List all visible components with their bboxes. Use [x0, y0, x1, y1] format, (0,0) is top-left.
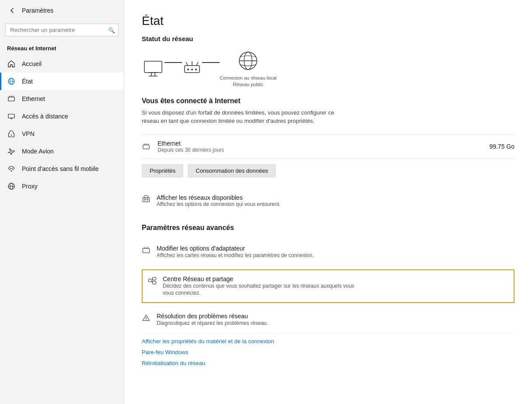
connected-title: Vous êtes connecté à Internet: [142, 97, 514, 105]
home-icon: [7, 59, 16, 68]
svg-point-25: [191, 69, 193, 70]
network-diagram: Connexion au réseau localRéseau public: [142, 49, 514, 88]
sharing-center-icon: [148, 276, 157, 285]
troubleshoot-icon: [142, 313, 150, 322]
sidebar-item-vpn[interactable]: VPN: [0, 125, 124, 143]
sidebar-nav: Accueil État Ethe: [0, 55, 124, 195]
sidebar-item-avion-label: Mode Avion: [22, 148, 54, 155]
sharing-center-title: Centre Réseau et partage: [163, 275, 364, 282]
sidebar-item-acces-distance[interactable]: Accès à distance: [0, 108, 124, 125]
link-reset[interactable]: Réinitialisation du réseau: [142, 360, 514, 366]
sharing-center-info: Centre Réseau et partage Décidez des con…: [163, 275, 364, 297]
sidebar-item-proxy-label: Proxy: [22, 183, 38, 190]
svg-rect-36: [147, 199, 148, 200]
sidebar-item-mode-avion[interactable]: Mode Avion: [0, 143, 124, 160]
sidebar-title: Paramètres: [22, 7, 53, 14]
sidebar-item-point-acces-label: Point d'accès sans fil mobile: [22, 165, 98, 172]
sidebar-item-ethernet[interactable]: Ethernet: [0, 90, 124, 108]
sidebar-item-point-acces[interactable]: Point d'accès sans fil mobile: [0, 160, 124, 178]
sidebar-item-accueil[interactable]: Accueil: [0, 55, 124, 73]
ethernet-icon: [7, 94, 16, 103]
connection-name: Ethernet: [158, 140, 482, 147]
main-content: État Statut du réseau: [124, 0, 532, 404]
svg-rect-30: [143, 145, 149, 149]
sidebar-item-vpn-label: VPN: [22, 130, 35, 137]
sharing-center-item[interactable]: Centre Réseau et partage Décidez des con…: [142, 269, 514, 303]
router-icon: [182, 59, 202, 78]
sharing-center-sub: Décidez des contenus que vous souhaitez …: [163, 282, 364, 297]
connection-ethernet-icon: [142, 142, 150, 151]
plane-icon: [7, 147, 16, 156]
sidebar: Paramètres 🔍 Réseau et Internet Accueil: [0, 0, 124, 404]
link-firewall[interactable]: Pare-feu Windows: [142, 349, 514, 355]
svg-rect-41: [149, 279, 152, 282]
line1: [164, 62, 182, 63]
search-container: 🔍: [5, 24, 119, 36]
sidebar-item-proxy[interactable]: Proxy: [0, 178, 124, 195]
adapter-options-info: Modifier les options d'adaptateur Affich…: [157, 245, 314, 259]
sidebar-item-etat[interactable]: État: [0, 73, 124, 90]
svg-rect-42: [153, 277, 156, 280]
adapter-icon: [142, 246, 150, 254]
hotspot-icon: [7, 164, 16, 173]
connection-info: Ethernet Depuis ces 30 derniers jours: [158, 140, 482, 153]
svg-point-26: [195, 69, 197, 70]
adapter-options-sub: Affichez les cartes réseau et modifiez l…: [157, 252, 314, 259]
troubleshoot-item[interactable]: Résolution des problèmes réseau Diagnost…: [142, 306, 514, 334]
consumption-button[interactable]: Consommation des données: [188, 164, 276, 178]
action-buttons: Propriétés Consommation des données: [142, 164, 514, 178]
svg-point-11: [11, 171, 12, 172]
line2: [202, 62, 220, 63]
remote-icon: [7, 112, 16, 121]
connection-data: 99.75 Go: [489, 143, 514, 150]
globe-icon: [7, 77, 16, 86]
svg-rect-15: [144, 61, 162, 73]
svg-rect-34: [143, 197, 149, 202]
svg-line-23: [196, 62, 198, 66]
network-status-title: Statut du réseau: [142, 35, 514, 42]
available-networks-sub: Affichez les options de connexion qui vo…: [157, 201, 280, 207]
sidebar-item-acces-label: Accès à distance: [22, 113, 68, 120]
proxy-icon: [7, 182, 16, 191]
sidebar-item-etat-label: État: [22, 78, 33, 85]
connection-since: Depuis ces 30 derniers jours: [158, 147, 482, 153]
troubleshoot-info: Résolution des problèmes réseau Diagnost…: [157, 313, 268, 327]
link-hardware[interactable]: Afficher les propriétés du matériel et d…: [142, 338, 514, 345]
adapter-options-item[interactable]: Modifier les options d'adaptateur Affich…: [142, 239, 514, 266]
page-title: État: [142, 14, 514, 28]
back-button[interactable]: [7, 5, 18, 16]
troubleshoot-title: Résolution des problèmes réseau: [157, 313, 268, 320]
sidebar-header: Paramètres: [0, 0, 124, 21]
diagram-label: Connexion au réseau localRéseau public: [220, 75, 276, 88]
connection-card: Ethernet Depuis ces 30 derniers jours 99…: [142, 134, 514, 159]
sidebar-item-ethernet-label: Ethernet: [22, 95, 45, 102]
available-networks[interactable]: Afficher les réseaux disponibles Affiche…: [142, 188, 514, 213]
svg-point-24: [187, 69, 189, 70]
svg-point-47: [146, 320, 146, 320]
svg-rect-43: [153, 281, 156, 284]
pc-icon: [142, 59, 164, 78]
available-networks-icon: [142, 194, 150, 203]
properties-button[interactable]: Propriétés: [142, 164, 183, 178]
advanced-title: Paramètres réseau avancés: [142, 224, 514, 232]
sidebar-item-accueil-label: Accueil: [22, 60, 42, 67]
adapter-options-title: Modifier les options d'adaptateur: [157, 245, 314, 252]
svg-rect-37: [143, 248, 149, 253]
svg-rect-7: [8, 114, 14, 118]
available-networks-info: Afficher les réseaux disponibles Affiche…: [157, 194, 280, 207]
svg-point-10: [11, 135, 12, 136]
vpn-icon: [7, 129, 16, 138]
connected-sub: Si vous disposez d'un forfait de données…: [142, 108, 343, 125]
troubleshoot-sub: Diagnostiquez et réparez les problèmes r…: [157, 320, 268, 327]
svg-line-21: [186, 62, 188, 66]
available-networks-title: Afficher les réseaux disponibles: [157, 194, 280, 201]
svg-rect-35: [144, 199, 145, 200]
search-icon: 🔍: [108, 27, 115, 33]
search-input[interactable]: [5, 24, 119, 36]
svg-rect-3: [8, 97, 14, 101]
sidebar-section-label: Réseau et Internet: [0, 42, 124, 55]
internet-globe-icon: Connexion au réseau localRéseau public: [220, 49, 276, 88]
